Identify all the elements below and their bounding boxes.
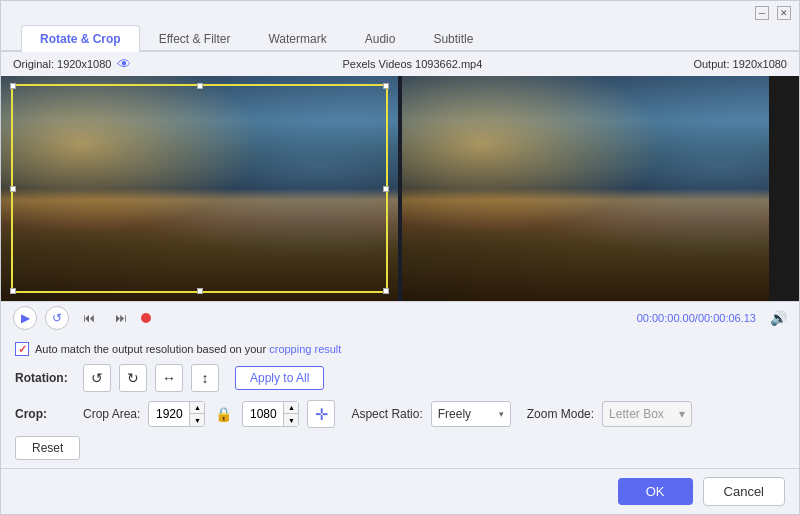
eye-icon[interactable]: 👁 — [117, 56, 131, 72]
flip-horizontal-button[interactable]: ↔ — [155, 364, 183, 392]
auto-match-row: Auto match the output resolution based o… — [15, 342, 785, 356]
crop-overlay[interactable] — [11, 84, 388, 293]
zoom-dropdown-icon: ▾ — [679, 407, 685, 421]
crop-width-input[interactable] — [149, 402, 189, 426]
zoom-mode-select[interactable]: Letter Box ▾ — [602, 401, 692, 427]
crop-handle-tl[interactable] — [10, 83, 16, 89]
crop-height-input[interactable] — [243, 402, 283, 426]
minimize-button[interactable]: ─ — [755, 6, 769, 20]
time-display: 00:00:00.00/00:00:06.13 — [637, 312, 756, 324]
filename: Pexels Videos 1093662.mp4 — [343, 58, 483, 70]
flip-v-icon: ↕ — [202, 370, 209, 386]
crop-handle-lm[interactable] — [10, 186, 16, 192]
source-video-frame — [1, 76, 398, 301]
crop-width-spinners: ▲ ▼ — [189, 402, 204, 426]
crop-handle-tm[interactable] — [197, 83, 203, 89]
original-resolution: Original: 1920x1080 — [13, 58, 111, 70]
aspect-dropdown-icon: ▾ — [499, 409, 504, 419]
preview-area — [1, 76, 799, 301]
next-button[interactable]: ⏭ — [109, 306, 133, 330]
aspect-ratio-select[interactable]: Freely ▾ — [431, 401, 511, 427]
crop-handle-bm[interactable] — [197, 288, 203, 294]
minimize-icon: ─ — [759, 8, 765, 18]
letterbox-right — [769, 76, 799, 301]
reset-row: Reset — [15, 436, 785, 460]
rotate-ccw-button[interactable]: ↺ — [83, 364, 111, 392]
aspect-ratio-value: Freely — [438, 407, 471, 421]
rotate-ccw-icon: ↺ — [91, 370, 103, 386]
crop-height-up[interactable]: ▲ — [284, 402, 298, 414]
options-area: Auto match the output resolution based o… — [1, 334, 799, 468]
crop-height-spinners: ▲ ▼ — [283, 402, 298, 426]
record-button[interactable] — [141, 313, 151, 323]
title-bar: ─ ✕ — [1, 1, 799, 25]
flip-h-icon: ↔ — [162, 370, 176, 386]
close-button[interactable]: ✕ — [777, 6, 791, 20]
auto-match-checkbox[interactable] — [15, 342, 29, 356]
main-window: ─ ✕ Rotate & Crop Effect & Filter Waterm… — [0, 0, 800, 515]
crop-height-down[interactable]: ▼ — [284, 414, 298, 426]
replay-icon: ↺ — [52, 311, 62, 325]
crop-handle-br[interactable] — [383, 288, 389, 294]
play-icon: ▶ — [21, 311, 30, 325]
tabs-bar: Rotate & Crop Effect & Filter Watermark … — [1, 25, 799, 52]
crop-handle-tr[interactable] — [383, 83, 389, 89]
replay-button[interactable]: ↺ — [45, 306, 69, 330]
crop-width-down[interactable]: ▼ — [190, 414, 204, 426]
tab-watermark[interactable]: Watermark — [249, 25, 345, 52]
center-crop-button[interactable]: ✛ — [307, 400, 335, 428]
info-bar: Original: 1920x1080 👁 Pexels Videos 1093… — [1, 52, 799, 76]
controls-bar: ▶ ↺ ⏮ ⏭ 00:00:00.00/00:00:06.13 🔊 — [1, 301, 799, 334]
output-resolution: Output: 1920x1080 — [693, 58, 787, 70]
zoom-mode-value: Letter Box — [609, 407, 664, 421]
link-icon: 🔒 — [215, 406, 232, 422]
crop-handle-rm[interactable] — [383, 186, 389, 192]
prev-icon: ⏮ — [83, 311, 95, 325]
total-time: 00:00:06.13 — [698, 312, 756, 324]
next-icon: ⏭ — [115, 311, 127, 325]
crop-width-up[interactable]: ▲ — [190, 402, 204, 414]
bottom-bar: OK Cancel — [1, 468, 799, 514]
preview-left — [1, 76, 402, 301]
reset-button[interactable]: Reset — [15, 436, 80, 460]
rotate-cw-button[interactable]: ↻ — [119, 364, 147, 392]
center-icon: ✛ — [315, 405, 328, 424]
rotate-cw-icon: ↻ — [127, 370, 139, 386]
prev-button[interactable]: ⏮ — [77, 306, 101, 330]
volume-icon[interactable]: 🔊 — [770, 310, 787, 326]
crop-handle-bl[interactable] — [10, 288, 16, 294]
current-time: 00:00:00.00 — [637, 312, 695, 324]
output-video-frame — [402, 76, 799, 301]
flip-vertical-button[interactable]: ↕ — [191, 364, 219, 392]
tab-subtitle[interactable]: Subtitle — [414, 25, 492, 52]
rotation-label: Rotation: — [15, 371, 75, 385]
crop-area-label: Crop Area: — [83, 407, 140, 421]
crop-label: Crop: — [15, 407, 75, 421]
zoom-mode-label: Zoom Mode: — [527, 407, 594, 421]
play-button[interactable]: ▶ — [13, 306, 37, 330]
preview-right — [402, 76, 799, 301]
tab-effect-filter[interactable]: Effect & Filter — [140, 25, 250, 52]
auto-match-label: Auto match the output resolution based o… — [35, 343, 341, 355]
crop-width-input-group: ▲ ▼ — [148, 401, 205, 427]
crop-row: Crop: Crop Area: ▲ ▼ 🔒 ▲ ▼ ✛ Asp — [15, 400, 785, 428]
tab-audio[interactable]: Audio — [346, 25, 415, 52]
ok-button[interactable]: OK — [618, 478, 693, 505]
aspect-ratio-label: Aspect Ratio: — [351, 407, 422, 421]
crop-height-input-group: ▲ ▼ — [242, 401, 299, 427]
close-icon: ✕ — [780, 8, 788, 18]
tab-rotate-crop[interactable]: Rotate & Crop — [21, 25, 140, 52]
rotation-row: Rotation: ↺ ↻ ↔ ↕ Apply to All — [15, 364, 785, 392]
cancel-button[interactable]: Cancel — [703, 477, 785, 506]
apply-to-all-button[interactable]: Apply to All — [235, 366, 324, 390]
